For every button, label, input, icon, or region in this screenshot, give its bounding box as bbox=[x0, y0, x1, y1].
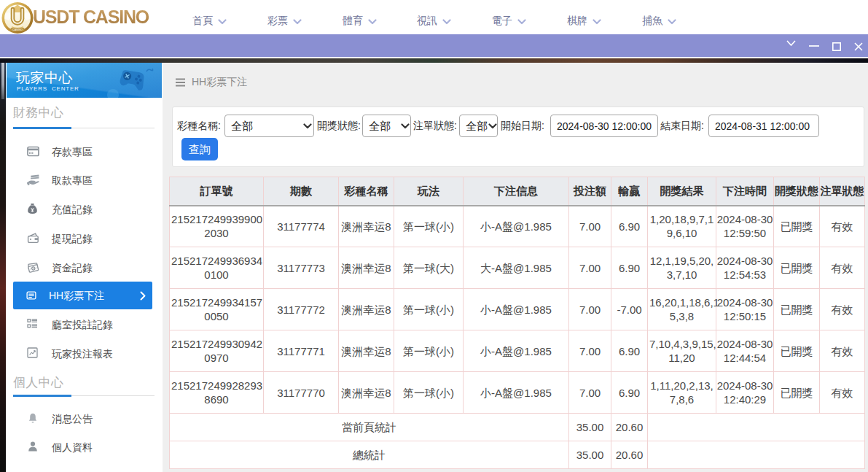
svg-text:CASINO: CASINO bbox=[12, 28, 23, 31]
